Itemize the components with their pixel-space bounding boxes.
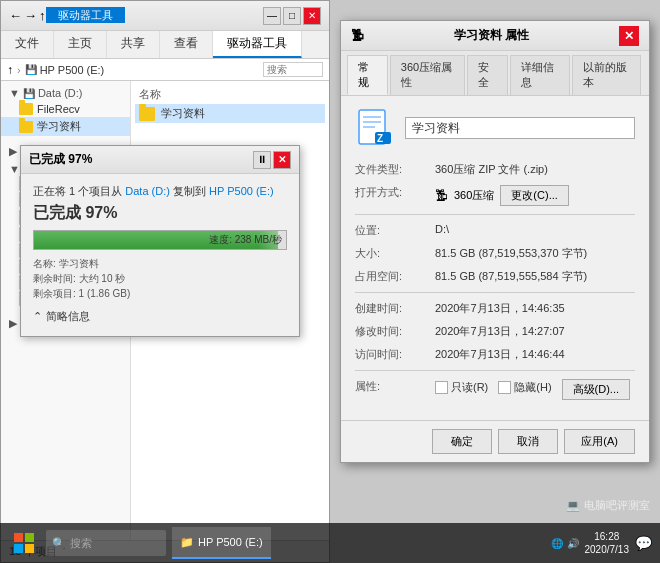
props-close-button[interactable]: ✕ (619, 26, 639, 46)
chevron-right-icon: ▶ (9, 145, 17, 158)
props-attributes-label: 属性: (355, 379, 435, 394)
props-accessed-value: 2020年7月13日，14:46:44 (435, 347, 635, 362)
props-location-row: 位置: D:\ (355, 223, 635, 238)
search-placeholder: 搜索 (70, 536, 92, 551)
chevron-down-icon-hp: ▼ (9, 163, 20, 175)
props-size-label: 大小: (355, 246, 435, 261)
drive-icon: 💾 (25, 64, 37, 75)
props-attributes-checkboxes: 只读(R) 隐藏(H) 高级(D)... (435, 379, 635, 400)
network-tray-icon[interactable]: 🌐 (551, 538, 563, 549)
start-button[interactable] (8, 527, 40, 559)
file-item-study[interactable]: 学习资料 (135, 104, 325, 123)
svg-rect-1 (363, 116, 381, 118)
search-input[interactable] (263, 62, 323, 77)
taskbar-explorer-task[interactable]: 📁 HP P500 (E:) (172, 527, 271, 559)
props-accessed-row: 访问时间: 2020年7月13日，14:46:44 (355, 347, 635, 362)
props-filetype-row: 文件类型: 360压缩 ZIP 文件 (.zip) (355, 162, 635, 177)
props-readonly-label: 只读(R) (451, 380, 488, 395)
volume-tray-icon[interactable]: 🔊 (567, 538, 579, 549)
bg-watermark: 💻 电脑吧评测室 (566, 498, 650, 513)
props-tab-general[interactable]: 常规 (347, 55, 388, 95)
props-readonly-checkbox[interactable] (435, 381, 448, 394)
props-title-text: 学习资料 属性 (454, 27, 529, 44)
items-remaining-row: 剩余项目: 1 (1.86 GB) (33, 286, 287, 301)
taskbar: 🔍 搜索 📁 HP P500 (E:) 🌐 🔊 16:28 2020/7/13 … (0, 523, 660, 563)
tab-share[interactable]: 共享 (107, 31, 160, 58)
notification-icon[interactable]: 💬 (635, 535, 652, 551)
props-file-header: Z (355, 108, 635, 148)
taskbar-search-box[interactable]: 🔍 搜索 (46, 530, 166, 556)
copy-from-link[interactable]: Data (D:) (125, 185, 170, 197)
tab-home[interactable]: 主页 (54, 31, 107, 58)
props-modified-row: 修改时间: 2020年7月13日，14:27:07 (355, 324, 635, 339)
items-remaining-value: 1 (1.86 GB) (79, 288, 131, 299)
props-sizeondisk-row: 占用空间: 81.5 GB (87,519,555,584 字节) (355, 269, 635, 284)
folder-icon (19, 103, 33, 115)
props-advanced-button[interactable]: 高级(D)... (562, 379, 630, 400)
props-hidden-checkbox-label[interactable]: 隐藏(H) (498, 380, 551, 395)
forward-icon[interactable]: → (24, 8, 37, 23)
watermark-text: 电脑吧评测室 (584, 498, 650, 513)
props-created-label: 创建时间: (355, 301, 435, 316)
search-icon: 🔍 (52, 537, 66, 550)
explorer-title-bar: ← → ↑ 驱动器工具 — □ ✕ (1, 1, 329, 31)
props-cancel-button[interactable]: 取消 (498, 429, 558, 454)
props-tab-previous[interactable]: 以前的版本 (572, 55, 641, 95)
props-title-icon: 🗜 (351, 28, 364, 43)
back-icon[interactable]: ← (9, 8, 22, 23)
explorer-title: 驱动器工具 (46, 8, 264, 23)
tab-file[interactable]: 文件 (1, 31, 54, 58)
props-apply-button[interactable]: 应用(A) (564, 429, 635, 454)
address-bar: ↑ › 💾 HP P500 (E:) (1, 59, 329, 81)
drive-small-icon: 💾 (23, 88, 35, 99)
watermark-icon: 💻 (566, 499, 580, 512)
close-button[interactable]: ✕ (303, 7, 321, 25)
props-attributes-row: 属性: 只读(R) 隐藏(H) 高级(D)... (355, 379, 635, 400)
sidebar-item-data-d[interactable]: ▼ 💾 Data (D:) (1, 85, 130, 101)
props-tab-details[interactable]: 详细信息 (510, 55, 570, 95)
detail-toggle-label: 简略信息 (46, 309, 90, 324)
taskbar-task-icon: 📁 (180, 536, 194, 549)
address-path-text: 💾 HP P500 (E:) (25, 64, 105, 76)
quick-access-icons: ← → ↑ (9, 8, 46, 23)
copy-file-name: 学习资料 (59, 258, 99, 269)
copy-dialog-title-text: 已完成 97% (29, 151, 92, 168)
detail-toggle[interactable]: ⌃ 简略信息 (33, 307, 287, 326)
props-hidden-label: 隐藏(H) (514, 380, 551, 395)
tab-view[interactable]: 查看 (160, 31, 213, 58)
copy-pause-button[interactable]: ⏸ (253, 151, 271, 169)
copy-to-prefix: 复制到 (173, 185, 206, 197)
props-body: Z 文件类型: 360压缩 ZIP 文件 (.zip) 打开方式: 🗜 360压… (341, 96, 649, 420)
clock-time: 16:28 (585, 530, 630, 543)
column-name: 名称 (139, 87, 161, 102)
props-ok-button[interactable]: 确定 (432, 429, 492, 454)
svg-rect-8 (14, 544, 23, 553)
props-readonly-checkbox-label[interactable]: 只读(R) (435, 380, 488, 395)
props-tab-360[interactable]: 360压缩属性 (390, 55, 465, 95)
props-file-icon: Z (355, 108, 395, 148)
props-sizeondisk-label: 占用空间: (355, 269, 435, 284)
address-up-icon[interactable]: ↑ (7, 63, 13, 77)
copy-to-link[interactable]: HP P500 (E:) (209, 185, 274, 197)
props-openwith-label: 打开方式: (355, 185, 435, 200)
props-divider-3 (355, 370, 635, 371)
active-ribbon-tab[interactable]: 驱动器工具 (46, 7, 125, 23)
sidebar-item-filerecv[interactable]: FileRecv (1, 101, 130, 117)
props-filetype-label: 文件类型: (355, 162, 435, 177)
props-size-value: 81.5 GB (87,519,553,370 字节) (435, 246, 635, 261)
props-tab-security[interactable]: 安全 (467, 55, 508, 95)
props-hidden-checkbox[interactable] (498, 381, 511, 394)
maximize-button[interactable]: □ (283, 7, 301, 25)
taskbar-right: 🌐 🔊 16:28 2020/7/13 💬 (551, 530, 653, 556)
sidebar-item-study[interactable]: 学习资料 (1, 117, 130, 136)
props-location-label: 位置: (355, 223, 435, 238)
file-folder-icon (139, 107, 155, 121)
copy-close-button[interactable]: ✕ (273, 151, 291, 169)
props-modified-label: 修改时间: (355, 324, 435, 339)
tab-drive-tools[interactable]: 驱动器工具 (213, 31, 302, 58)
minimize-button[interactable]: — (263, 7, 281, 25)
props-change-button[interactable]: 更改(C)... (500, 185, 568, 206)
address-path[interactable]: 💾 HP P500 (E:) (25, 64, 259, 76)
time-date-display[interactable]: 16:28 2020/7/13 (585, 530, 630, 556)
props-name-input[interactable] (405, 117, 635, 139)
